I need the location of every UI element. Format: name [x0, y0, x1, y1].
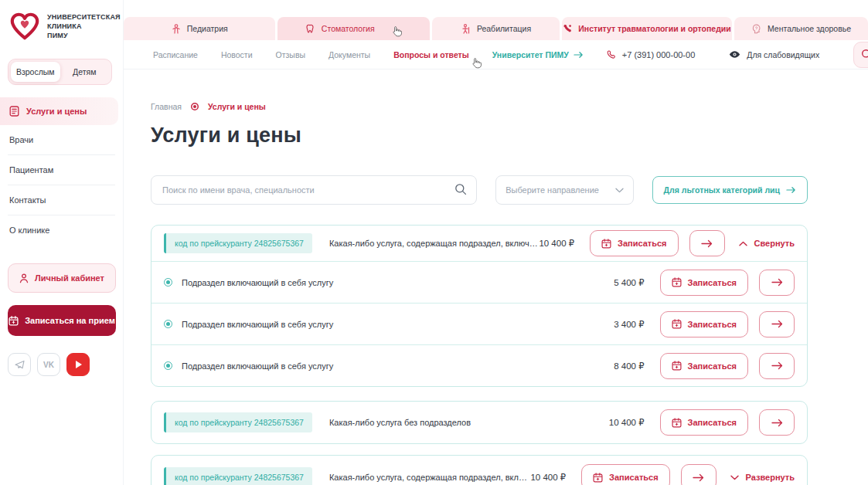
person-icon	[19, 273, 29, 283]
service-detail-arrow-button[interactable]	[759, 409, 795, 436]
benefits-categories-button[interactable]: Для льготных категорий лиц	[652, 176, 808, 204]
calendar-icon	[672, 361, 682, 371]
subitem-price: 8 400 ₽	[614, 361, 644, 371]
service-subitem-row: Подраздел включающий в себя услугу 3 400…	[151, 303, 807, 344]
chevron-down-icon	[730, 475, 739, 480]
book-label: Записаться	[688, 361, 737, 371]
service-detail-arrow-button[interactable]	[689, 230, 725, 256]
search-input[interactable]	[151, 175, 477, 205]
tab-label: Ментальное здоровье	[768, 24, 851, 33]
book-appointment-label: Записаться на прием	[25, 316, 115, 325]
subitem-actions: 3 400 ₽ Записаться	[614, 311, 795, 337]
child-icon	[172, 24, 181, 34]
expand-toggle[interactable]: Развернуть	[730, 473, 795, 482]
service-subitem-row: Подраздел включающий в себя услугу 8 400…	[151, 344, 807, 386]
sidebar-item-doctors[interactable]: Врачи	[0, 125, 123, 154]
service-card-simple: код по прейскуранту 24825675367 Какая-ли…	[151, 401, 808, 444]
tab-rehabilitation[interactable]: Реабилитация	[432, 17, 560, 40]
subitem-title: Подраздел включающий в себя услугу	[182, 278, 333, 287]
service-actions: 10 400 ₽ Записаться	[530, 464, 795, 485]
page-title: Услуги и цены	[151, 124, 808, 148]
book-label: Записаться	[688, 278, 737, 287]
sidebar-item-label: О клинике	[9, 226, 49, 235]
service-detail-arrow-button[interactable]	[759, 353, 795, 379]
subitem-price: 3 400 ₽	[614, 319, 644, 330]
phone-link[interactable]: +7 (391) 000-00-00	[607, 50, 695, 59]
tab-traumatology[interactable]: Институт травматологии и ортопедии	[562, 17, 732, 40]
phone-icon	[607, 50, 616, 59]
book-service-button[interactable]: Записаться	[660, 353, 748, 379]
service-detail-arrow-button[interactable]	[759, 311, 795, 337]
search-icon[interactable]	[454, 183, 467, 195]
page-content: Главная Услуги и цены Услуги и цены Выбе…	[124, 70, 868, 485]
rehab-icon	[461, 24, 471, 34]
service-header-row: код по прейскуранту 24825675367 Какая-ли…	[151, 226, 807, 261]
eye-icon	[729, 51, 740, 58]
subitem-price: 5 400 ₽	[614, 277, 644, 288]
clinic-logo[interactable]: УНИВЕРСИТЕТСКАЯ КЛИНИКА ПИМУ	[0, 11, 123, 42]
audience-adults-button[interactable]: Взрослым	[11, 62, 60, 82]
sidebar-item-services[interactable]: Услуги и цены	[0, 97, 118, 125]
toggle-label: Развернуть	[746, 473, 795, 482]
head-icon	[751, 24, 761, 34]
collapse-toggle[interactable]: Свернуть	[739, 239, 795, 248]
tab-pediatrics[interactable]: Педиатрия	[124, 17, 275, 40]
nav-link-label: Университет ПИМУ	[492, 50, 569, 59]
phone-number: +7 (391) 000-00-00	[622, 50, 695, 59]
heart-logo-icon	[8, 11, 42, 42]
book-label: Записаться	[609, 473, 658, 482]
book-service-button[interactable]: Записаться	[590, 230, 678, 256]
sidebar-item-patients[interactable]: Пациентам	[0, 155, 123, 185]
telegram-icon[interactable]	[8, 353, 31, 376]
book-service-button[interactable]: Записаться	[660, 270, 748, 296]
service-subitem-row: Подраздел включающий в себя услугу 5 400…	[151, 261, 807, 303]
book-appointment-button[interactable]: Записаться на прием	[8, 305, 116, 336]
subitem-actions: 5 400 ₽ Записаться	[614, 270, 795, 296]
toggle-label: Свернуть	[754, 239, 795, 248]
nav-link-questions[interactable]: Вопросы и ответы	[393, 50, 469, 59]
app-root: УНИВЕРСИТЕТСКАЯ КЛИНИКА ПИМУ Взрослым Де…	[0, 0, 868, 485]
nav-link-news[interactable]: Новости	[221, 50, 253, 59]
department-tabs: Педиатрия Стоматология Реабилитация	[124, 17, 868, 40]
service-card-expanded: код по прейскуранту 24825675367 Какая-ли…	[151, 225, 808, 387]
clinic-name: УНИВЕРСИТЕТСКАЯ КЛИНИКА ПИМУ	[47, 12, 121, 40]
sidebar-item-about[interactable]: О клинике	[0, 215, 123, 245]
service-detail-arrow-button[interactable]	[681, 464, 717, 485]
search-button[interactable]	[853, 42, 868, 68]
calendar-icon	[593, 473, 603, 483]
service-detail-arrow-button[interactable]	[759, 270, 795, 296]
book-service-button[interactable]: Записаться	[660, 409, 748, 436]
direction-select[interactable]: Выберите направление	[495, 175, 633, 205]
book-label: Записаться	[618, 239, 666, 248]
social-links: VK	[8, 353, 115, 376]
calendar-icon	[672, 277, 682, 287]
sidebar-item-contacts[interactable]: Контакты	[0, 185, 123, 215]
nav-link-documents[interactable]: Документы	[328, 50, 370, 59]
price-code-badge: код по прейскуранту 24825675367	[164, 467, 312, 485]
play-icon	[76, 361, 82, 368]
youtube-icon[interactable]	[66, 353, 90, 376]
book-service-button[interactable]: Записаться	[660, 311, 748, 337]
calendar-icon	[672, 319, 682, 329]
sidebar-menu: Услуги и цены Врачи Пациентам Контакты О…	[0, 97, 123, 245]
nav-link-reviews[interactable]: Отзывы	[276, 50, 305, 59]
hand-cursor-icon	[392, 25, 402, 37]
personal-account-label: Личный кабинет	[35, 273, 104, 283]
nav-link-label: Вопросы и ответы	[393, 50, 469, 59]
search-icon	[861, 49, 868, 60]
personal-account-button[interactable]: Личный кабинет	[8, 263, 116, 293]
vk-icon[interactable]: VK	[37, 353, 60, 376]
service-price: 10 400 ₽	[609, 417, 645, 428]
tab-mental-health[interactable]: Ментальное здоровье	[734, 17, 868, 40]
secondary-nav: Расписание Новости Отзывы Документы Вопр…	[124, 40, 868, 70]
nav-link-schedule[interactable]: Расписание	[153, 50, 198, 59]
service-title: Какая-либо услуга, содержащая подраздел,…	[329, 473, 530, 482]
breadcrumb-home-link[interactable]: Главная	[151, 102, 182, 111]
tab-dentistry[interactable]: Стоматология	[277, 17, 429, 40]
accessibility-link[interactable]: Для слабовидящих	[729, 50, 819, 59]
book-service-button[interactable]: Записаться	[581, 464, 669, 485]
audience-children-button[interactable]: Детям	[60, 62, 110, 82]
nav-link-university[interactable]: Университет ПИМУ	[492, 50, 584, 59]
price-code-badge: код по прейскуранту 24825675367	[164, 233, 312, 253]
service-header-row: код по прейскуранту 24825675367 Какая-ли…	[151, 456, 807, 485]
